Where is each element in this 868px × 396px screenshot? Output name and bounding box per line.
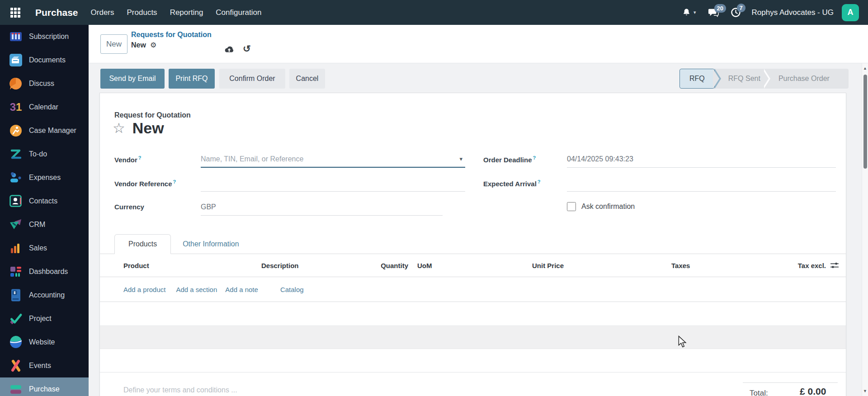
vendor-input[interactable] [201,155,457,163]
accounting-icon [8,288,24,303]
sidebar-item-case-manager[interactable]: Case Manager [0,119,89,142]
sidebar-item-website[interactable]: Website [0,330,89,354]
add-a-product-link[interactable]: Add a product [123,286,165,293]
empty-row [100,325,846,349]
col-quantity: Quantity [377,262,408,269]
vendor-reference-label: Vendor Reference? [114,175,201,188]
sidebar-item-purchase[interactable]: Purchase [0,377,89,396]
sidebar-item-project[interactable]: Project [0,307,89,330]
sidebar-item-discuss[interactable]: Discuss [0,72,89,95]
help-icon[interactable]: ? [173,179,176,184]
expected-arrival-label-text: Expected Arrival [483,180,537,188]
add-a-note-link[interactable]: Add a note [225,286,258,293]
expected-arrival-label: Expected Arrival? [483,175,567,188]
sidebar-item-todo[interactable]: To-do [0,142,89,166]
vendor-label: Vendor? [114,151,201,164]
total-value: £ 0.00 [800,386,826,396]
empty-row [100,302,846,325]
expected-arrival-input[interactable] [567,179,836,187]
new-record-button[interactable]: New [100,34,127,54]
save-cloud-icon[interactable] [224,46,235,54]
todo-icon [8,146,24,162]
stage-rfq-sent[interactable]: RFQ Sent [722,69,764,89]
order-deadline-input-wrap [567,151,836,168]
col-product: Product [123,262,261,269]
sidebar-item-crm[interactable]: CRM [0,213,89,236]
currency-input[interactable] [201,203,443,211]
sidebar-item-dashboards[interactable]: Dashboards [0,260,89,283]
order-lines-actions: Add a product Add a section Add a note C… [100,277,846,302]
dashboards-icon [8,264,24,279]
help-icon[interactable]: ? [138,155,142,160]
currency-label-text: Currency [114,203,144,211]
optional-columns-icon[interactable] [830,260,840,270]
purchase-icon [8,382,24,396]
sidebar-item-sales[interactable]: Sales [0,236,89,260]
sidebar-item-documents[interactable]: Documents [0,48,89,72]
messages-button[interactable]: 20 [708,8,719,18]
sidebar-item-events[interactable]: Events [0,354,89,377]
app-name[interactable]: Purchase [35,7,78,18]
sidebar-label: Subscription [29,33,69,41]
topbar: Purchase Orders Products Reporting Confi… [0,0,868,25]
expected-arrival-input-wrap [567,175,836,192]
user-avatar[interactable]: A [842,4,859,21]
col-unit-price: Unit Price [462,262,564,269]
col-taxes: Taxes [564,262,745,269]
sidebar-item-calendar[interactable]: 31 Calendar [0,95,89,119]
company-switcher[interactable]: Rophys Advocates - UG [752,8,834,17]
sidebar-item-expenses[interactable]: Expenses [0,166,89,189]
menu-products[interactable]: Products [127,8,157,17]
vertical-scrollbar[interactable]: ▲ ▼ [862,63,868,396]
vendor-dropdown-caret-icon[interactable]: ▾ [457,156,465,162]
menu-orders[interactable]: Orders [91,8,114,17]
calendar-digit: 3 [10,101,16,113]
send-by-email-button[interactable]: Send by Email [100,69,165,89]
top-menu: Orders Products Reporting Configuration [78,8,262,17]
stage-purchase-order[interactable]: Purchase Order [771,69,834,89]
tab-products[interactable]: Products [114,234,171,254]
gear-icon[interactable]: ⚙ [150,41,156,49]
add-a-section-link[interactable]: Add a section [176,286,217,293]
sidebar-item-subscription[interactable]: Subscription [0,25,89,48]
print-rfq-button[interactable]: Print RFQ [169,69,215,89]
notifications-bell[interactable]: ▾ [682,8,696,17]
vendor-reference-input[interactable] [201,179,465,187]
scroll-down-arrow-icon[interactable]: ▼ [862,389,868,393]
tab-other-information[interactable]: Other Information [171,235,251,254]
sidebar-item-accounting[interactable]: Accounting [0,283,89,307]
sidebar-label: Calendar [29,103,58,111]
breadcrumb-parent-link[interactable]: Requests for Quotation [131,31,212,39]
menu-reporting[interactable]: Reporting [170,8,203,17]
calendar-icon: 31 [8,99,24,115]
cancel-button[interactable]: Cancel [289,69,325,89]
favorite-star-icon[interactable]: ☆ [113,121,125,135]
terms-placeholder[interactable]: Define your terms and conditions ... [123,386,237,394]
activities-button[interactable]: 7 [731,7,741,18]
discard-undo-icon[interactable]: ↺ [243,43,251,54]
ask-confirmation-checkbox[interactable] [567,202,576,211]
record-title: New [132,119,164,137]
confirm-order-button[interactable]: Confirm Order [219,69,285,89]
catalog-link[interactable]: Catalog [280,286,304,293]
bell-icon [682,8,691,17]
odoo-purchase-rfq-screen: Purchase Orders Products Reporting Confi… [0,0,868,396]
scrollbar-thumb[interactable] [863,75,867,169]
stage-rfq[interactable]: RFQ [679,69,715,89]
help-icon[interactable]: ? [533,155,536,160]
sidebar-item-contacts[interactable]: Contacts [0,189,89,213]
order-deadline-input[interactable] [567,155,836,163]
sidebar-label: Sales [29,244,47,252]
topbar-right: ▾ 20 7 Rophys Advocates - UG A [682,4,868,21]
scroll-up-arrow-icon[interactable]: ▲ [862,66,868,71]
menu-configuration[interactable]: Configuration [216,8,261,17]
col-tax-excl: Tax excl. [745,260,840,270]
document-type-label: Request for Quotation [114,111,191,119]
apps-sidebar: Subscription Documents Discuss 31 Calend… [0,25,89,396]
activities-count-badge: 7 [737,4,745,12]
sidebar-label: Purchase [29,385,60,393]
col-tax-excl-text: Tax excl. [798,262,826,269]
discuss-icon [8,76,24,91]
help-icon[interactable]: ? [538,179,541,184]
apps-grid-icon[interactable] [9,7,21,19]
